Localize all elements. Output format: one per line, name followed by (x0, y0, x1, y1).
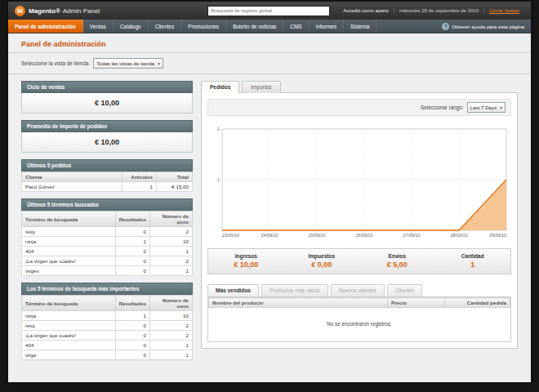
stat-label: Cantidad (437, 253, 510, 259)
app-title: Admin Panel (63, 7, 100, 15)
tab-most-viewed[interactable]: Productos más vistos (261, 284, 328, 296)
cell-results: 0 (115, 350, 149, 360)
stat-revenue: Ingresos € 10,00 (208, 249, 284, 274)
table-row[interactable]: 404 0 1 (22, 247, 193, 256)
cell-term: ninja (22, 237, 116, 247)
browser-viewport: M Magento® Admin Panel Accedió como apar… (8, 2, 531, 382)
tab-bestsellers[interactable]: Más vendidos (207, 284, 259, 296)
stats-bar: Ingresos € 10,00 Impuestos € 0,00 Envíos… (207, 248, 511, 274)
table-row[interactable]: Paco Gomez 1 € 15,00 (22, 182, 193, 192)
range-label: Seleccionar rango: (421, 105, 464, 110)
svg-text:23/09/10: 23/09/10 (222, 233, 239, 238)
cell-customer: Paco Gomez (22, 182, 122, 192)
products-grid: Nombre del producto Precio Cantidad pedi… (207, 296, 511, 342)
chevron-down-icon: ▾ (500, 105, 502, 110)
table-row[interactable]: virge 0 1 (22, 350, 193, 360)
table-row[interactable]: ninja 1 10 (22, 237, 193, 247)
help-link[interactable]: ? Obtener ayuda para esta página (435, 20, 531, 33)
cell-results: 0 (115, 321, 149, 331)
orders-chart: 1223/09/1024/09/1025/09/1026/09/1027/09/… (207, 122, 511, 243)
logout-link[interactable]: Cerrar Sesión (483, 8, 524, 13)
stat-value: € 0,00 (286, 261, 359, 269)
tab-orders[interactable]: Pedidos (201, 81, 239, 93)
average-orders-title: Promedio de importe de pedidos (21, 120, 193, 132)
magento-logo-icon: M (15, 6, 25, 16)
table-row[interactable]: 404 0 1 (22, 341, 193, 350)
cell-uses: 1 (150, 350, 193, 360)
cell-results: 1 (115, 237, 149, 247)
stat-label: Ingresos (210, 253, 283, 259)
svg-text:2: 2 (217, 127, 220, 131)
col-header: Nombre del producto (209, 298, 388, 308)
table-row[interactable]: ¡La virgen que cuadro! 0 2 (22, 331, 193, 341)
stat-label: Impuestos (286, 253, 359, 259)
range-row: Seleccionar rango: Last 7 Days ▾ (207, 99, 511, 116)
cell-term: reloj (22, 321, 116, 331)
help-label: Obtener ayuda para esta página (452, 24, 524, 29)
dashboard-left-column: Ciclo de ventas € 10,00 Promedio de impo… (21, 81, 193, 367)
tab-amounts[interactable]: Importes (242, 81, 280, 93)
last-orders-table: Cliente Artículos Total Paco Gomez 1 € 1… (21, 172, 193, 192)
nav-item-dashboard[interactable]: Panel de administración (8, 20, 83, 33)
svg-text:29/09/10: 29/09/10 (489, 233, 506, 238)
tab-customers[interactable]: Clientes (387, 284, 422, 296)
table-row[interactable]: reloj 0 2 (22, 321, 193, 331)
col-header: Precio (388, 298, 445, 308)
table-row[interactable]: virgen 0 1 (22, 266, 193, 276)
svg-text:24/09/10: 24/09/10 (261, 233, 278, 238)
col-header: Número de usos (150, 212, 193, 227)
cell-uses: 2 (150, 256, 193, 266)
col-header: Artículos (122, 172, 157, 182)
cell-total: € 15,00 (157, 182, 193, 192)
col-header: Total (157, 172, 193, 182)
nav-item-reports[interactable]: Informes (310, 20, 344, 33)
nav-item-sales[interactable]: Ventas (83, 20, 114, 33)
products-table: Nombre del producto Precio Cantidad pedi… (208, 297, 510, 308)
cell-results: 1 (115, 311, 149, 321)
cell-uses: 10 (150, 311, 193, 321)
lifetime-sales-panel: Ciclo de ventas € 10,00 (21, 81, 193, 114)
cell-uses: 2 (150, 321, 193, 331)
cell-results: 0 (115, 266, 149, 276)
cell-uses: 2 (150, 331, 193, 341)
col-header: Término de búsqueda (22, 212, 116, 227)
last-orders-panel: Últimos 5 pedidos Cliente Artículos Tota… (21, 159, 193, 192)
stat-tax: Impuestos € 0,00 (284, 249, 360, 274)
store-view-select[interactable]: Todas las vistas de tienda ▾ (93, 58, 163, 69)
logged-in-as: Accedió como aparic (338, 8, 394, 13)
cell-term: 404 (22, 341, 116, 350)
average-orders-panel: Promedio de importe de pedidos € 10,00 (21, 120, 193, 153)
nav-item-system[interactable]: Sistema (344, 20, 376, 33)
top-search-title: Los 5 términos de búsqueda más important… (21, 283, 193, 295)
col-header: Cliente (22, 172, 122, 182)
col-header: Término de búsqueda (22, 296, 116, 311)
tab-new-customers[interactable]: Nuevos clientes (331, 284, 385, 296)
table-row[interactable]: reloj 0 2 (22, 227, 193, 237)
cell-term: 404 (22, 247, 116, 256)
table-row[interactable]: ¡La virgen que cuadro! 0 2 (22, 256, 193, 266)
nav-item-catalog[interactable]: Catálogo (114, 20, 149, 33)
cell-results: 0 (115, 341, 149, 350)
stat-value: € 10,00 (210, 261, 283, 269)
col-header: Resultados (115, 296, 149, 311)
nav-item-cms[interactable]: CMS (283, 20, 309, 33)
cell-term: ninja (22, 311, 116, 321)
current-date: miércoles 29 de septiembre de 2010 (394, 8, 483, 13)
last-orders-title: Últimos 5 pedidos (21, 159, 193, 172)
nav-item-customers[interactable]: Clientes (149, 20, 181, 33)
table-row[interactable]: ninja 1 10 (22, 311, 193, 321)
cell-results: 0 (115, 227, 149, 237)
cell-uses: 1 (150, 266, 193, 276)
nav-item-promotions[interactable]: Promociones (181, 20, 226, 33)
chevron-down-icon: ▾ (158, 61, 160, 66)
global-search-input[interactable] (207, 6, 330, 16)
nav-item-newsletter[interactable]: Boletín de noticias (226, 20, 283, 33)
range-select[interactable]: Last 7 Days ▾ (467, 102, 506, 113)
range-value: Last 7 Days (470, 105, 497, 110)
last-search-title: Últimos 5 términos buscados (21, 198, 193, 211)
stat-shipping: Envíos € 5,00 (359, 249, 435, 274)
cell-uses: 10 (150, 237, 193, 247)
page-title: Panel de administración (21, 40, 518, 48)
last-search-table: Término de búsqueda Resultados Número de… (21, 211, 193, 276)
col-header: Número de usos (150, 296, 193, 311)
